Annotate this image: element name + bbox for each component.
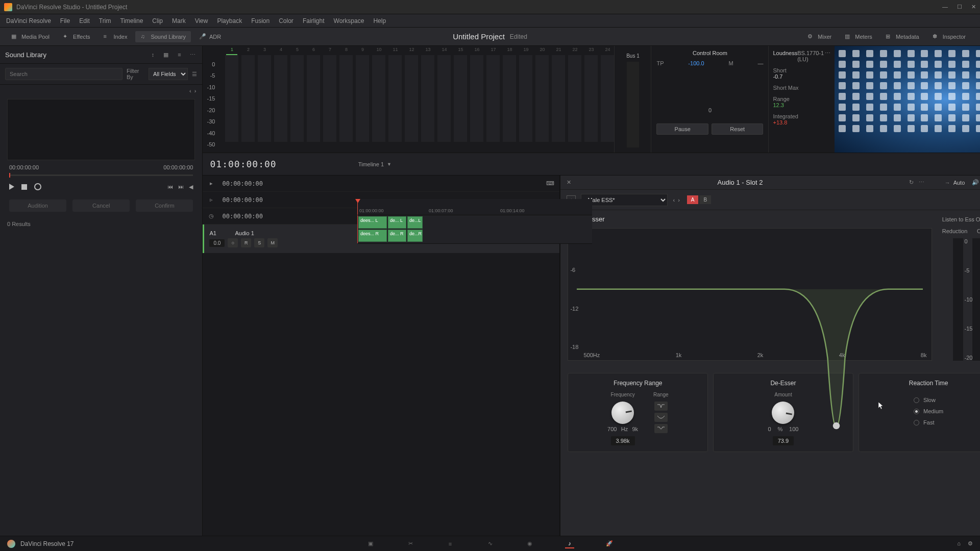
close-icon[interactable]: ✕	[971, 4, 976, 10]
keyboard-icon[interactable]: ⌨	[546, 180, 554, 187]
compare-b[interactable]: B	[699, 195, 711, 204]
list-view-icon[interactable]: ≡	[175, 50, 184, 59]
resolve-logo-icon	[7, 540, 15, 548]
playhead[interactable]	[357, 199, 358, 215]
meters-button[interactable]: ▥Meters	[840, 31, 877, 42]
auto-arrow-icon[interactable]: →	[945, 180, 950, 186]
reset-button[interactable]: Reset	[712, 123, 764, 135]
menu-fusion[interactable]: Fusion	[251, 17, 270, 24]
cancel-button[interactable]: Cancel	[72, 199, 130, 212]
page-edit-icon[interactable]: ≡	[446, 539, 455, 548]
menu-help[interactable]: Help	[373, 17, 386, 24]
audio-clip[interactable]: de... L	[388, 216, 406, 229]
menu-color[interactable]: Color	[279, 17, 293, 24]
page-deliver-icon[interactable]: 🚀	[605, 539, 614, 548]
preview-scrubber[interactable]	[9, 174, 193, 176]
reaction-slow[interactable]: Slow	[914, 397, 936, 403]
loudness-panel: LoudnessBS.1770-1 (LU)⋯ Short-0.7 Short …	[768, 46, 835, 153]
more-icon[interactable]: ⋯	[188, 50, 197, 59]
maximize-icon[interactable]: ☐	[957, 4, 962, 10]
clock-icon[interactable]: ◷	[208, 213, 215, 220]
video-viewer[interactable]	[835, 46, 980, 153]
menu-trim[interactable]: Trim	[99, 17, 111, 24]
menu-timeline[interactable]: Timeline	[120, 17, 143, 24]
sort-icon[interactable]: ↕	[148, 50, 157, 59]
reduction-meter: 0-5-10-15-20	[953, 238, 963, 361]
eq-graph[interactable]: 0dB-6-12-18 500Hz1k2k4k8k	[568, 228, 932, 361]
grid-view-icon[interactable]: ▦	[161, 50, 170, 59]
preset-next-icon[interactable]: ›	[678, 197, 680, 203]
adr-icon: 🎤	[199, 33, 206, 40]
audio-clip[interactable]: de...L	[407, 216, 423, 229]
index-button[interactable]: ≡Index	[98, 31, 132, 42]
filter-settings-icon[interactable]: ☰	[192, 71, 197, 78]
pause-button[interactable]: Pause	[656, 123, 708, 135]
settings-icon[interactable]: ⚙	[968, 540, 973, 547]
speaker-icon[interactable]: 🔊	[972, 179, 979, 186]
minimize-icon[interactable]: —	[942, 4, 948, 10]
menu-clip[interactable]: Clip	[152, 17, 163, 24]
reaction-medium[interactable]: Medium	[914, 408, 943, 414]
confirm-button[interactable]: Confirm	[136, 199, 193, 212]
sound-library-title: Sound Library	[5, 51, 46, 59]
next-icon[interactable]: ›	[194, 88, 197, 94]
frequency-knob[interactable]	[611, 402, 634, 424]
timeline-selector[interactable]: Timeline 1▼	[358, 161, 391, 167]
close-plugin-icon[interactable]: ✕	[567, 179, 571, 186]
loop-button[interactable]	[34, 183, 41, 190]
audio-clip[interactable]: dees... R	[358, 230, 387, 242]
auto-label[interactable]: Auto	[953, 180, 965, 186]
menu-workspace[interactable]: Workspace	[334, 17, 364, 24]
menu-edit[interactable]: Edit	[79, 17, 90, 24]
menu-davinci[interactable]: DaVinci Resolve	[6, 17, 51, 24]
menu-mark[interactable]: Mark	[172, 17, 186, 24]
audio-clip[interactable]: de... R	[388, 230, 406, 242]
compare-a[interactable]: A	[687, 195, 699, 204]
transport-icon[interactable]: ▸	[208, 180, 215, 187]
sound-library-button[interactable]: ♫Sound Library	[135, 31, 191, 42]
preset-select[interactable]: Male ESS*	[581, 194, 668, 206]
transport-icon-2[interactable]: ▹	[208, 196, 215, 204]
play-button[interactable]	[9, 184, 14, 190]
plugin-reset-icon[interactable]: ↻	[909, 179, 914, 186]
skip-fwd-icon[interactable]: ⏭	[178, 184, 184, 190]
media-pool-button[interactable]: ▦Media Pool	[6, 31, 55, 42]
stop-button[interactable]	[21, 184, 27, 190]
prev-clip-icon[interactable]: ◀	[189, 184, 193, 190]
results-count: 0 Results	[0, 216, 202, 232]
metadata-button[interactable]: ⊞Metadata	[880, 31, 924, 42]
menubar: DaVinci Resolve File Edit Trim Timeline …	[0, 14, 980, 28]
page-media-icon[interactable]: ▣	[366, 539, 375, 548]
audio-clip[interactable]: de...R	[407, 230, 423, 242]
reaction-fast[interactable]: Fast	[914, 419, 934, 425]
app-name: DaVinci Resolve 17	[20, 540, 74, 547]
effects-button[interactable]: ✦Effects	[58, 31, 95, 42]
menu-playback[interactable]: Playback	[217, 17, 242, 24]
loudness-more-icon[interactable]: ⋯	[825, 50, 830, 62]
audio-clip[interactable]: dees... L	[358, 216, 387, 229]
menu-fairlight[interactable]: Fairlight	[303, 17, 325, 24]
media-pool-icon: ▦	[11, 33, 18, 40]
inspector-button[interactable]: ✽Inspector	[927, 31, 971, 42]
filter-select[interactable]: All Fields	[149, 68, 188, 80]
listen-label: Listen to Ess Only	[942, 216, 980, 222]
search-input[interactable]	[5, 68, 122, 80]
skip-back-icon[interactable]: ⏮	[167, 184, 173, 190]
timeline-ruler[interactable]: 01:00:00:00 01:00:07:00 01:00:14:00	[357, 199, 592, 215]
page-cut-icon[interactable]: ✂	[406, 539, 415, 548]
project-title: Untitled Project	[453, 32, 505, 41]
window-title: DaVinci Resolve Studio - Untitled Projec…	[16, 4, 127, 11]
page-color-icon[interactable]: ◉	[525, 539, 534, 548]
audition-button[interactable]: Audition	[9, 199, 66, 212]
preset-prev-icon[interactable]: ‹	[673, 197, 675, 203]
mixer-button[interactable]: ⚙Mixer	[802, 31, 837, 42]
prev-icon[interactable]: ‹	[189, 88, 191, 94]
timeline-track-a1[interactable]: dees... Lde... Lde...Ldees... Rde... Rde…	[357, 215, 592, 244]
home-icon[interactable]: ⌂	[957, 540, 961, 547]
page-fusion-icon[interactable]: ∿	[485, 539, 495, 548]
page-fairlight-icon[interactable]: ♪	[565, 539, 574, 548]
menu-file[interactable]: File	[60, 17, 70, 24]
menu-view[interactable]: View	[195, 17, 208, 24]
adr-button[interactable]: 🎤ADR	[194, 31, 226, 42]
plugin-more-icon[interactable]: ⋯	[919, 179, 924, 186]
